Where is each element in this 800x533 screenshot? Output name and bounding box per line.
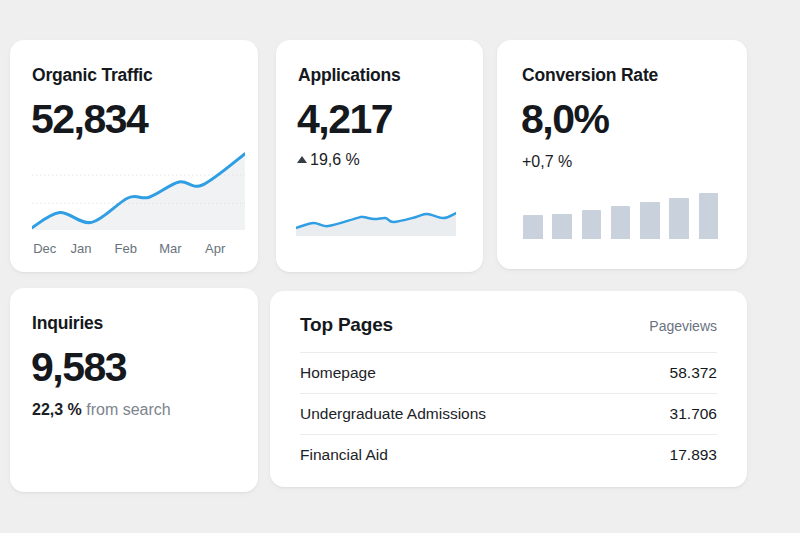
card-title: Conversion Rate [522,65,658,86]
conversion-bar [611,206,631,239]
top-pages-header: Top Pages Pageviews [300,313,717,337]
conversion-bar [699,193,719,239]
subtext-source: from search [86,401,170,418]
pageviews-value: 17.893 [670,446,717,464]
table-row[interactable]: Homepage 58.372 [300,352,717,393]
page-label: Financial Aid [300,446,388,464]
table-row[interactable]: Financial Aid 17.893 [300,434,717,475]
card-inquiries[interactable]: Inquiries 9,583 22,3 % from search [10,288,258,492]
top-pages-table: Homepage 58.372 Undergraduate Admissions… [300,352,717,475]
metric-value: 52,834 [31,99,147,140]
applications-delta: 19,6 % [297,150,360,169]
organic-traffic-chart [32,150,245,230]
conversion-bars [523,193,718,239]
conversion-delta: +0,7 % [522,152,572,171]
x-axis-label: Jan [71,241,92,257]
page-label: Homepage [300,364,376,382]
delta-value: 19,6 % [310,150,360,169]
card-applications[interactable]: Applications 4,217 19,6 % [276,40,483,272]
card-title: Inquiries [32,313,103,334]
conversion-bar [523,215,543,239]
metric-value: 8,0% [521,99,608,140]
page-label: Undergraduate Admissions [300,405,486,423]
table-row[interactable]: Undergraduate Admissions 31.706 [300,393,717,434]
inquiries-subtext: 22,3 % from search [32,400,171,419]
card-title: Applications [298,65,401,86]
card-organic-traffic[interactable]: Organic Traffic 52,834 DecJanFebMarApr [10,40,258,272]
card-title: Top Pages [300,313,393,337]
subtext-percentage: 22,3 % [32,401,82,418]
delta-value: +0,7 % [522,152,572,171]
card-conversion-rate[interactable]: Conversion Rate 8,0% +0,7 % [497,40,747,269]
conversion-bar [582,210,602,239]
x-axis-label: Mar [159,241,181,257]
pageviews-value: 58.372 [670,364,717,382]
x-axis-label: Apr [205,241,225,257]
applications-sparkline [296,210,456,236]
conversion-bar [669,198,689,239]
pageviews-value: 31.706 [670,405,717,423]
metric-value: 4,217 [297,99,392,140]
conversion-bar [552,214,572,239]
pageviews-column-header: Pageviews [649,318,717,334]
card-title: Organic Traffic [32,65,153,86]
conversion-bar [640,202,660,239]
x-axis-label: Dec [33,241,56,257]
trend-up-icon [297,156,307,163]
x-axis-labels: DecJanFebMarApr [32,241,245,257]
card-top-pages[interactable]: Top Pages Pageviews Homepage 58.372 Unde… [270,291,747,487]
metric-value: 9,583 [31,347,126,388]
x-axis-label: Feb [115,241,137,257]
analytics-dashboard: { "page": { "background_color": "#efeff0… [0,0,800,533]
